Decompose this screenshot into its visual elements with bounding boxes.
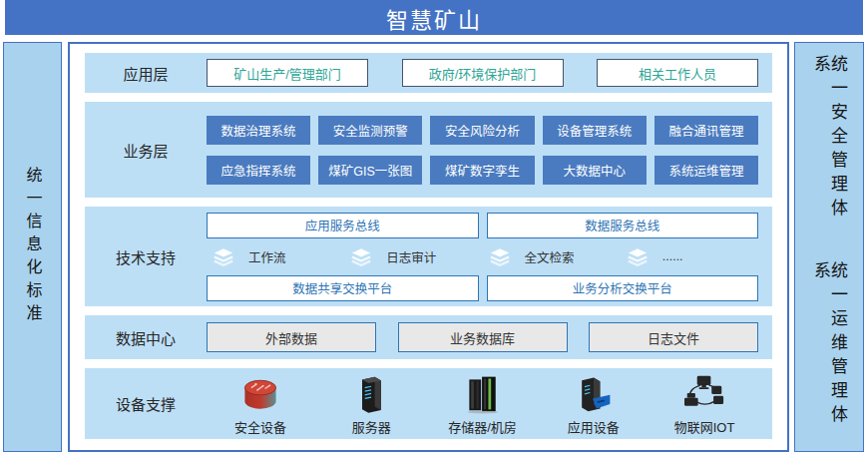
tech-support-layer-row: 技术支持 应用服务总线 数据服务总线 工作流	[85, 207, 772, 306]
middleware-workflow-label: 工作流	[248, 247, 286, 266]
middleware-fulltext-search: 全文检索	[483, 247, 621, 266]
tech-support-label: 技术支持	[85, 246, 207, 267]
data-sharing-platform-box: 数据共享交换平台	[207, 275, 479, 301]
business-layer-row: 业务层 数据治理系统 安全监测预警 安全风险分析 设备管理系统 融合通讯管理 应…	[85, 102, 772, 198]
middleware-row: 工作流 日志审计	[207, 247, 758, 266]
app-device-label: 应用设备	[568, 417, 620, 436]
server-icon	[353, 372, 389, 414]
business-box-device-management: 设备管理系统	[543, 116, 647, 145]
data-center-label: 数据中心	[85, 327, 207, 348]
middleware-more: ......	[621, 247, 758, 266]
business-systems: 数据治理系统 安全监测预警 安全风险分析 设备管理系统 融合通讯管理 应急指挥系…	[207, 116, 758, 185]
business-box-data-governance: 数据治理系统	[207, 116, 310, 145]
layers-icon	[489, 247, 511, 266]
data-center-layer-row: 数据中心 外部数据 业务数据库 日志文件	[85, 315, 772, 359]
business-box-safety-monitoring: 安全监测预警	[318, 116, 422, 145]
service-bus-row: 应用服务总线 数据服务总线	[207, 213, 758, 238]
page-title: 智慧矿山	[5, 0, 863, 35]
application-box-mine-dept: 矿山生产/管理部门	[207, 59, 368, 87]
business-box-system-ops: 系统运维管理	[654, 156, 758, 185]
external-data-box: 外部数据	[207, 322, 376, 352]
tech-support-content: 应用服务总线 数据服务总线 工作流	[207, 213, 758, 301]
business-box-digital-twin: 煤矿数字孪生	[430, 156, 534, 185]
equipment-iot: 物联网IOT	[656, 372, 752, 436]
server-label: 服务器	[352, 417, 391, 436]
equipment-items: 安全设备 服务器	[207, 372, 758, 436]
app-device-icon	[574, 372, 614, 414]
exchange-platform-row: 数据共享交换平台 业务分析交换平台	[207, 275, 758, 301]
equipment-server: 服务器	[323, 372, 419, 436]
business-box-big-data-center: 大数据中心	[543, 156, 647, 185]
application-layer-row: 应用层 矿山生产/管理部门 政府/环境保护部门 相关工作人员	[85, 53, 772, 93]
storage-rack-icon	[463, 372, 503, 414]
application-box-gov-dept: 政府/环境保护部门	[402, 59, 564, 87]
application-boxes: 矿山生产/管理部门 政府/环境保护部门 相关工作人员	[207, 59, 758, 87]
left-sidebar: 统一信息化标准	[3, 42, 62, 452]
security-device-label: 安全设备	[234, 417, 286, 436]
right-sidebar-text-security: 统一安全管理体系	[812, 55, 846, 245]
log-file-box: 日志文件	[589, 322, 758, 352]
left-sidebar-text: 统一信息化标准	[25, 167, 41, 327]
middleware-log-audit-label: 日志审计	[386, 247, 436, 266]
business-database-box: 业务数据库	[398, 322, 568, 352]
layers-icon	[213, 247, 234, 266]
business-box-risk-analysis: 安全风险分析	[430, 116, 534, 145]
layers-icon	[350, 247, 372, 266]
architecture-diagram: 应用层 矿山生产/管理部门 政府/环境保护部门 相关工作人员 业务层 数据治理系…	[68, 42, 789, 452]
middleware-log-audit: 日志审计	[344, 247, 482, 266]
business-box-gis-map: 煤矿GIS一张图	[318, 156, 422, 185]
right-sidebar-text-ops: 统一运维管理体系	[812, 261, 846, 452]
business-box-comms-management: 融合通讯管理	[654, 116, 758, 145]
middleware-more-label: ......	[662, 249, 683, 263]
equipment-storage: 存储器/机房	[435, 372, 531, 436]
app-service-bus-box: 应用服务总线	[207, 213, 479, 238]
equipment-label: 设备支撑	[85, 393, 207, 414]
right-sidebar: 统一安全管理体系 统一运维管理体系	[794, 42, 864, 452]
data-center-boxes: 外部数据 业务数据库 日志文件	[207, 322, 758, 352]
data-service-bus-box: 数据服务总线	[487, 213, 759, 238]
business-box-emergency-command: 应急指挥系统	[207, 156, 310, 185]
application-box-staff: 相关工作人员	[597, 59, 758, 87]
security-device-icon	[238, 372, 282, 414]
iot-label: 物联网IOT	[674, 417, 735, 436]
equipment-app-device: 应用设备	[546, 372, 642, 436]
middleware-fulltext-search-label: 全文检索	[525, 247, 575, 266]
equipment-layer-row: 设备支撑	[85, 368, 772, 439]
business-layer-label: 业务层	[85, 140, 207, 161]
layers-icon	[627, 247, 649, 266]
iot-network-icon	[682, 372, 726, 414]
equipment-security-device: 安全设备	[213, 372, 308, 436]
application-layer-label: 应用层	[85, 63, 207, 84]
business-analysis-platform-box: 业务分析交换平台	[487, 275, 759, 301]
middleware-workflow: 工作流	[207, 247, 344, 266]
storage-label: 存储器/机房	[448, 417, 517, 436]
